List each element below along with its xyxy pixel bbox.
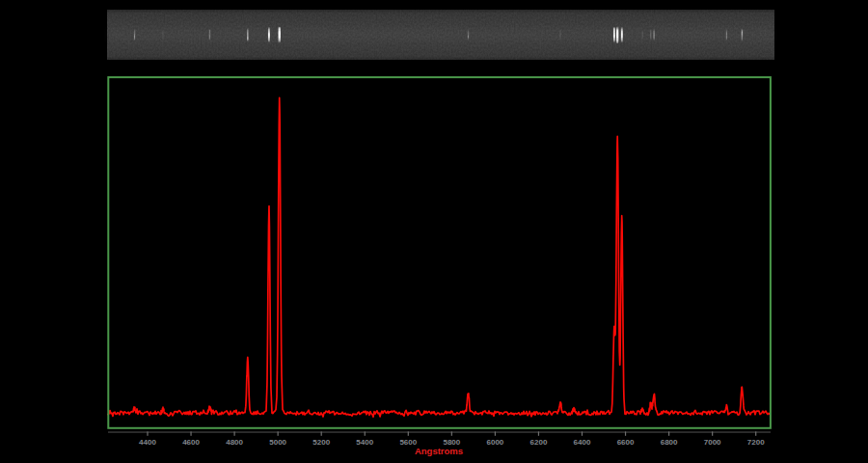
svg-text:4800: 4800 bbox=[226, 438, 243, 447]
svg-text:6800: 6800 bbox=[661, 438, 678, 447]
svg-text:5000: 5000 bbox=[269, 438, 286, 447]
svg-text:6600: 6600 bbox=[617, 438, 635, 447]
svg-text:4400: 4400 bbox=[139, 438, 156, 447]
svg-text:5200: 5200 bbox=[312, 438, 330, 447]
svg-text:7000: 7000 bbox=[704, 438, 721, 447]
svg-text:Angstroms: Angstroms bbox=[415, 446, 463, 456]
svg-text:6400: 6400 bbox=[574, 438, 591, 447]
svg-text:4600: 4600 bbox=[182, 438, 200, 447]
svg-text:6000: 6000 bbox=[487, 438, 504, 447]
svg-text:7200: 7200 bbox=[747, 438, 765, 447]
svg-text:6200: 6200 bbox=[530, 438, 548, 447]
svg-text:5400: 5400 bbox=[356, 438, 373, 447]
